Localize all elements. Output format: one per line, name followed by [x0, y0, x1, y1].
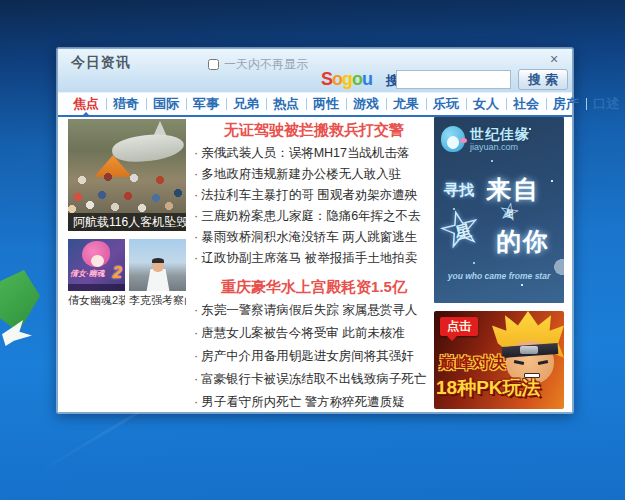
news-link[interactable]: 多地政府违规新建办公楼无人敢入驻 — [201, 167, 401, 181]
click-badge[interactable]: 点击 — [440, 317, 478, 336]
news-item: ·法拉利车主暴打的哥 围观者劝架亦遭殃 — [192, 187, 436, 208]
jiayuan-brand-cn: 世纪佳缘 — [470, 127, 530, 141]
news-item: ·富豪银行卡被误冻结取不出钱致病子死亡 — [192, 371, 436, 394]
category-tabs: 焦点 猎奇 国际 军事 兄弟 热点 两性 游戏 尤果 乐玩 女人 社会 房产 口… — [58, 93, 572, 117]
news-link[interactable]: 唐慧女儿案被告今将受审 此前未核准 — [201, 326, 404, 340]
headline-top[interactable]: 无证驾驶被拦搬救兵打交警 — [192, 121, 436, 140]
tab-lewan[interactable]: 乐玩 — [426, 94, 466, 114]
tab-redian[interactable]: 热点 — [266, 94, 306, 114]
bullet: · — [194, 167, 198, 181]
thumbnail-game-ad[interactable]: 倩女·幽魂 2 — [68, 239, 125, 291]
tab-junshi[interactable]: 军事 — [186, 94, 226, 114]
tab-nvren[interactable]: 女人 — [466, 94, 506, 114]
plane-fuselage-shape — [111, 131, 186, 166]
logo-letter: S — [321, 69, 332, 89]
news-item: ·唐慧女儿案被告今将受审 此前未核准 — [192, 325, 436, 348]
man-hair-shape — [152, 258, 164, 263]
tab-fangchan[interactable]: 房产 — [546, 94, 586, 114]
crowd-shape — [68, 165, 186, 215]
bullet: · — [194, 372, 198, 386]
game-ad-line2: 18种PK玩法 — [436, 375, 541, 401]
news-item: ·东莞一警察请病假后失踪 家属悬赏寻人 — [192, 302, 436, 325]
news-item: ·暴雨致桥洞积水淹没轿车 两人跳窗逃生 — [192, 229, 436, 250]
news-item: ·多地政府违规新建办公楼无人敢入驻 — [192, 166, 436, 187]
game-ad-line1: 巅峰对决 — [439, 353, 507, 374]
news-popup-window: 今日资讯 一天内不再显示 × Sogou 搜狗 搜 索 焦点 猎奇 国际 军事 … — [57, 48, 573, 413]
news-link[interactable]: 暴雨致桥洞积水淹没轿车 两人跳窗逃生 — [201, 230, 417, 244]
thumb1-caption[interactable]: 倩女幽魂2装备.. — [68, 293, 125, 308]
main-image-caption[interactable]: 阿航载116人客机坠毁 — [68, 213, 186, 231]
left-image-column: 阿航载116人客机坠毁 倩女·幽魂 2 倩女幽魂2装备.. 李克强考 — [68, 119, 186, 308]
banner-strip — [68, 284, 125, 291]
tab-liangxing[interactable]: 两性 — [306, 94, 346, 114]
news-link[interactable]: 男子看守所内死亡 警方称猝死遭质疑 — [201, 395, 404, 409]
ad-text-you: 的你 — [496, 225, 550, 258]
news-item: ·辽政协副主席落马 被举报插手土地拍卖 — [192, 250, 436, 271]
logo-letter: o — [352, 69, 362, 89]
news-link[interactable]: 富豪银行卡被误冻结取不出钱致病子死亡 — [201, 372, 426, 386]
tab-guoji[interactable]: 国际 — [146, 94, 186, 114]
thumbnail-row: 倩女·幽魂 2 — [68, 239, 186, 291]
ad-tagline: you who came frome star — [434, 271, 564, 281]
logo-letter: g — [342, 69, 352, 89]
news-link[interactable]: 三鹿奶粉案患儿家庭：隐痛6年挥之不去 — [201, 209, 420, 223]
window-header: 今日资讯 一天内不再显示 × Sogou 搜狗 搜 索 — [58, 49, 572, 93]
news-list-bottom: ·东莞一警察请病假后失踪 家属悬赏寻人 ·唐慧女儿案被告今将受审 此前未核准 ·… — [192, 302, 436, 417]
tab-jiaodian[interactable]: 焦点 — [66, 94, 106, 114]
tab-shehui[interactable]: 社会 — [506, 94, 546, 114]
ad-column: 世纪佳缘 jiayuan.com 寻找 来自 ☆ 星 ☆ 星 的你 you wh… — [434, 117, 564, 409]
news-list-top: ·亲俄武装人员：误将MH17当战机击落 ·多地政府违规新建办公楼无人敢入驻 ·法… — [192, 145, 436, 271]
main-news-image[interactable]: 阿航载116人客机坠毁 — [68, 119, 186, 231]
news-item: ·三鹿奶粉案患儿家庭：隐痛6年挥之不去 — [192, 208, 436, 229]
news-link[interactable]: 辽政协副主席落马 被举报插手土地拍卖 — [201, 251, 417, 265]
news-item: ·男子看守所内死亡 警方称猝死遭质疑 — [192, 394, 436, 417]
thumbnail-captions: 倩女幽魂2装备.. 李克强考察山东.. — [68, 293, 186, 308]
jiayuan-logo-row: 世纪佳缘 jiayuan.com — [441, 126, 530, 152]
bullet: · — [194, 251, 198, 265]
bullet: · — [194, 188, 198, 202]
logo-letter: u — [362, 69, 372, 89]
search-row: Sogou 搜狗 搜 索 — [58, 69, 572, 93]
news-link[interactable]: 房产中介用备用钥匙进女房间将其强奸 — [201, 349, 414, 363]
jiayuan-mascot-icon — [441, 126, 465, 152]
jiayuan-dating-ad[interactable]: 世纪佳缘 jiayuan.com 寻找 来自 ☆ 星 ☆ 星 的你 you wh… — [434, 117, 564, 303]
headline-bottom[interactable]: 重庆豪华水上宫殿耗资1.5亿 — [192, 278, 436, 297]
news-link[interactable]: 法拉利车主暴打的哥 围观者劝架亦遭殃 — [201, 188, 417, 202]
news-item: ·亲俄武装人员：误将MH17当战机击落 — [192, 145, 436, 166]
naruto-headband-plate — [520, 346, 538, 354]
jiayuan-brand: 世纪佳缘 jiayuan.com — [470, 127, 530, 152]
bullet: · — [194, 303, 198, 317]
thumbnail-news[interactable] — [129, 239, 186, 291]
search-button[interactable]: 搜 索 — [518, 69, 568, 90]
anime-face-shape — [91, 255, 104, 267]
news-column: 无证驾驶被拦搬救兵打交警 ·亲俄武装人员：误将MH17当战机击落 ·多地政府违规… — [192, 121, 436, 417]
bullet: · — [194, 326, 198, 340]
tab-xiongdi[interactable]: 兄弟 — [226, 94, 266, 114]
news-link[interactable]: 亲俄武装人员：误将MH17当战机击落 — [201, 146, 409, 160]
tab-youxi[interactable]: 游戏 — [346, 94, 386, 114]
game-logo-number: 2 — [113, 263, 122, 283]
close-icon[interactable]: × — [545, 52, 563, 68]
bullet: · — [194, 349, 198, 363]
content-area: 阿航载116人客机坠毁 倩女·幽魂 2 倩女幽魂2装备.. 李克强考 — [58, 117, 572, 412]
bullet: · — [194, 230, 198, 244]
tab-koushu[interactable]: 口述 — [586, 94, 625, 114]
search-input[interactable] — [396, 70, 511, 89]
tab-lieqi[interactable]: 猎奇 — [106, 94, 146, 114]
thumb2-caption[interactable]: 李克强考察山东.. — [129, 293, 186, 308]
bullet: · — [194, 395, 198, 409]
jiayuan-brand-en: jiayuan.com — [470, 143, 530, 152]
tab-youguo[interactable]: 尤果 — [386, 94, 426, 114]
game-logo-text: 倩女·幽魂 — [70, 268, 105, 279]
news-link[interactable]: 东莞一警察请病假后失踪 家属悬赏寻人 — [201, 303, 417, 317]
sogou-logo: Sogou — [321, 69, 372, 90]
bullet: · — [194, 209, 198, 223]
news-item: ·房产中介用备用钥匙进女房间将其强奸 — [192, 348, 436, 371]
man-shirt-shape — [143, 269, 173, 291]
bullet: · — [194, 146, 198, 160]
naruto-game-ad[interactable]: 点击 巅峰对决 18种PK玩法 — [434, 311, 564, 409]
logo-letter: o — [332, 69, 342, 89]
